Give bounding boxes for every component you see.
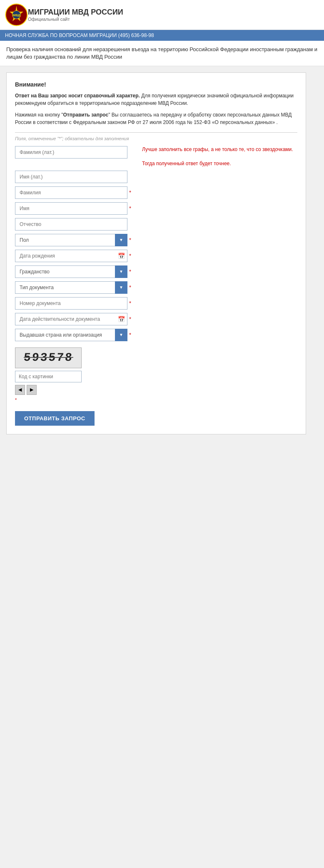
- hint-text: Лучше заполнить все графы, а не только т…: [142, 146, 297, 167]
- row-birth-date: 📅 *: [15, 250, 297, 262]
- doc-validity-input[interactable]: [15, 313, 127, 325]
- row-last-name-lat: Лучше заполнить все графы, а не только т…: [15, 146, 297, 167]
- site-subtitle: Официальный сайт: [28, 17, 123, 22]
- birth-date-wrap: 📅: [15, 250, 127, 262]
- attention-text-2: Нажимая на кнопку "Отправить запрос" Вы …: [15, 111, 297, 126]
- divider: [15, 132, 297, 133]
- last-name-input[interactable]: [15, 186, 127, 199]
- captcha-required-star: *: [15, 397, 17, 402]
- top-bar: НОЧНАЯ СЛУЖБА ПО ВОПРОСАМ МИГРАЦИИ (495)…: [0, 30, 324, 41]
- row-issuing-country: Выдавшая страна или организация *: [15, 329, 297, 341]
- birth-date-inner: 📅: [15, 250, 127, 262]
- row-doc-number: *: [15, 297, 297, 310]
- captcha-code: 593578: [23, 351, 74, 364]
- required-star-doc-validity: *: [129, 313, 131, 322]
- last-name-lat-wrap: [15, 146, 127, 159]
- doc-validity-inner: 📅: [15, 313, 127, 325]
- gender-wrap: Пол Мужской Женский: [15, 234, 127, 246]
- doc-type-select[interactable]: Тип документа: [15, 281, 127, 294]
- form-card: Внимание! Ответ на Ваш запрос носит спра…: [6, 72, 306, 434]
- birth-date-input[interactable]: [15, 250, 127, 262]
- first-name-input[interactable]: [15, 202, 127, 215]
- row-middle-name: [15, 218, 297, 231]
- svg-text:МВД: МВД: [12, 13, 20, 17]
- last-name-wrap: [15, 186, 127, 199]
- required-star-last-name: *: [129, 186, 131, 195]
- issuing-country-wrap: Выдавшая страна или организация: [15, 329, 127, 341]
- citizenship-select-wrap: Гражданство: [15, 265, 127, 278]
- captcha-image: 593578: [15, 347, 82, 368]
- issuing-country-select-wrap: Выдавшая страна или организация: [15, 329, 127, 341]
- hint-line1: Лучше заполнить все графы, а не только т…: [142, 146, 293, 152]
- required-star-birth-date: *: [129, 250, 131, 258]
- captcha-input-wrap: [15, 371, 297, 382]
- captcha-section: 593578 ◀ ▶ *: [15, 347, 297, 403]
- row-doc-type: Тип документа *: [15, 281, 297, 294]
- required-star-citizenship: *: [129, 265, 131, 274]
- captcha-next-button[interactable]: ▶: [27, 385, 37, 395]
- citizenship-select[interactable]: Гражданство: [15, 265, 127, 278]
- captcha-prev-button[interactable]: ◀: [15, 385, 25, 395]
- row-first-name-lat: [15, 171, 297, 183]
- doc-type-wrap: Тип документа: [15, 281, 127, 294]
- captcha-controls: ◀ ▶: [15, 385, 297, 395]
- topbar-text: НОЧНАЯ СЛУЖБА ПО ВОПРОСАМ МИГРАЦИИ (495)…: [5, 32, 154, 38]
- citizenship-wrap: Гражданство: [15, 265, 127, 278]
- required-star-doc-number: *: [129, 297, 131, 306]
- attention-before-bold: Нажимая на кнопку ": [15, 112, 63, 118]
- doc-type-select-wrap: Тип документа: [15, 281, 127, 294]
- row-first-name: *: [15, 202, 297, 215]
- doc-number-wrap: [15, 297, 127, 310]
- page-title: Проверка наличия оснований для неразреше…: [0, 41, 324, 66]
- required-note: Поля, отмеченные "*"; обязательны для за…: [15, 136, 297, 141]
- first-name-wrap: [15, 202, 127, 215]
- attention-text-1: Ответ на Ваш запрос носит справочный хар…: [15, 92, 297, 107]
- last-name-lat-input[interactable]: [15, 146, 127, 159]
- row-doc-validity: 📅 *: [15, 313, 297, 325]
- row-last-name: *: [15, 186, 297, 199]
- required-star-issuing-country: *: [129, 329, 131, 337]
- required-star-doc-type: *: [129, 281, 131, 290]
- attention-bold-2: Отправить запрос: [63, 112, 109, 118]
- gender-select-wrap: Пол Мужской Женский: [15, 234, 127, 246]
- row-citizenship: Гражданство *: [15, 265, 297, 278]
- doc-number-input[interactable]: [15, 297, 127, 310]
- doc-validity-wrap: 📅: [15, 313, 127, 325]
- submit-wrap: ОТПРАВИТЬ ЗАПРОС: [15, 407, 297, 426]
- issuing-country-select[interactable]: Выдавшая страна или организация: [15, 329, 127, 341]
- captcha-input[interactable]: [15, 371, 82, 382]
- required-star-gender: *: [129, 234, 131, 243]
- mvd-logo: МВД: [5, 3, 28, 26]
- first-name-lat-wrap: [15, 171, 127, 183]
- header: МВД МИГРАЦИИ МВД РОССИИ Официальный сайт: [0, 0, 324, 30]
- attention-title: Внимание!: [15, 81, 297, 88]
- attention-bold-1: Ответ на Ваш запрос носит справочный хар…: [15, 93, 140, 99]
- site-title: МИГРАЦИИ МВД РОССИИ: [28, 8, 123, 17]
- gender-select[interactable]: Пол Мужской Женский: [15, 234, 127, 246]
- middle-name-input[interactable]: [15, 218, 127, 231]
- first-name-lat-input[interactable]: [15, 171, 127, 183]
- main-content: Внимание! Ответ на Ваш запрос носит спра…: [0, 66, 324, 440]
- middle-name-wrap: [15, 218, 127, 231]
- required-star-first-name: *: [129, 202, 131, 211]
- row-gender: Пол Мужской Женский *: [15, 234, 297, 246]
- hint-line2: Тогда полученный ответ будет точнее.: [142, 161, 231, 166]
- page-title-text: Проверка наличия оснований для неразреше…: [6, 46, 317, 60]
- submit-button[interactable]: ОТПРАВИТЬ ЗАПРОС: [15, 411, 95, 426]
